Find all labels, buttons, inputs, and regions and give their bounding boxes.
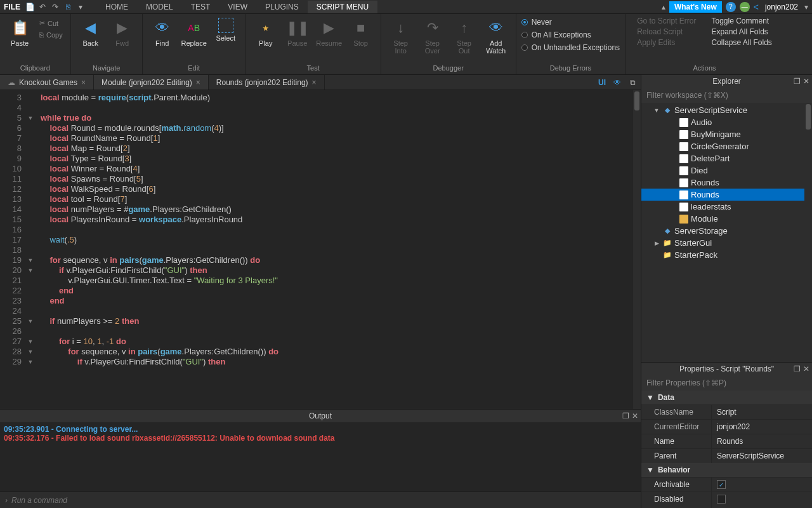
step-over-button[interactable]: ↷Step Over — [418, 15, 447, 55]
property-value[interactable]: ServerScriptService — [711, 449, 812, 463]
reload-script-button[interactable]: Reload Script — [637, 27, 696, 36]
ribbon-tab-script-menu[interactable]: SCRIPT MENU — [308, 1, 377, 13]
close-tab-icon[interactable]: × — [312, 78, 317, 87]
collapse-ribbon-icon[interactable]: ▴ — [662, 3, 665, 11]
close-icon[interactable]: ✕ — [632, 411, 638, 420]
expand-icon[interactable]: ▼ — [653, 107, 660, 114]
tree-item[interactable]: Died — [641, 164, 812, 177]
tree-item[interactable]: CircleGenerator — [641, 140, 812, 152]
property-row[interactable]: ParentServerScriptService — [641, 448, 812, 463]
play-button[interactable]: ⭑Play — [251, 15, 280, 47]
resume-button[interactable]: ▶Resume — [315, 15, 344, 47]
toggle-comment-button[interactable]: Toggle Comment — [711, 17, 771, 25]
share-icon[interactable]: < — [754, 2, 759, 12]
code-area[interactable]: local module = require(script.Parent.Mod… — [36, 90, 641, 409]
collapse-folds-button[interactable]: Collapse All Folds — [711, 38, 771, 47]
radio-never[interactable]: Never — [521, 17, 620, 28]
find-button[interactable]: 👁Find — [148, 15, 177, 47]
property-row[interactable]: ClassNameScript — [641, 404, 812, 419]
fwd-button[interactable]: ▶Fwd — [108, 15, 137, 47]
property-row[interactable]: CurrentEditorjonjon202 — [641, 419, 812, 434]
ribbon-tab-test[interactable]: TEST — [182, 1, 219, 13]
publish-icon[interactable]: ⎘ — [63, 3, 72, 11]
code-editor[interactable]: 3456789101112131415161718192021222324252… — [0, 90, 641, 409]
ui-toggle-button[interactable]: UI — [594, 75, 610, 90]
expand-folds-button[interactable]: Expand All Folds — [711, 27, 771, 36]
checkbox[interactable]: ✓ — [717, 480, 726, 489]
ribbon-tab-view[interactable]: VIEW — [219, 1, 256, 13]
qat-dropdown-icon[interactable]: ▾ — [76, 3, 85, 11]
expand-icon[interactable]: ▶ — [653, 240, 660, 246]
whats-new-button[interactable]: What's New — [669, 1, 722, 13]
pause-button[interactable]: ❚❚Pause — [283, 15, 312, 47]
property-row[interactable]: Disabled — [641, 491, 812, 508]
tree-item[interactable]: Rounds — [641, 189, 812, 201]
output-log[interactable]: 09:35:23.901 - Connecting to server...09… — [0, 422, 641, 491]
add-watch-button[interactable]: 👁Add Watch — [481, 15, 511, 55]
tree-scrollbar[interactable] — [804, 103, 812, 362]
new-icon[interactable]: 📄 — [25, 3, 34, 11]
username-label[interactable]: jonjon202 — [765, 3, 798, 11]
tree-item[interactable]: DeletePart — [641, 152, 812, 164]
tree-item[interactable]: ▶📁StarterGui — [641, 237, 812, 249]
property-value[interactable]: ✓ — [711, 478, 812, 492]
minimize-icon[interactable]: — — [740, 2, 750, 12]
apply-edits-button[interactable]: Apply Edits — [637, 38, 696, 47]
close-icon[interactable]: ✕ — [803, 77, 809, 86]
goto-script-error-button[interactable]: Go to Script Error — [637, 17, 696, 25]
scrollbar-thumb[interactable] — [634, 91, 639, 110]
tree-item[interactable]: Module — [641, 213, 812, 225]
tree-item[interactable]: leaderstats — [641, 201, 812, 213]
help-icon[interactable]: ? — [726, 2, 736, 12]
tree-item[interactable]: 📁StarterPack — [641, 249, 812, 261]
property-value[interactable]: Rounds — [711, 434, 812, 448]
ribbon-tab-home[interactable]: HOME — [96, 1, 137, 13]
close-icon[interactable]: ✕ — [803, 364, 809, 373]
property-value[interactable]: Script — [711, 405, 812, 419]
cut-button[interactable]: ✂Cut — [37, 18, 65, 29]
file-menu[interactable]: FILE — [4, 3, 20, 11]
radio-on-unhandled[interactable]: On Unhandled Exceptions — [521, 42, 620, 53]
step-out-button[interactable]: ↑Step Out — [450, 15, 479, 55]
explorer-filter[interactable]: Filter workspace (⇧⌘X) — [641, 88, 812, 103]
command-bar[interactable]: › Run a command — [0, 491, 641, 508]
document-tab[interactable]: Rounds (jonjon202 Editing)× — [209, 75, 325, 90]
tree-item[interactable]: Rounds — [641, 177, 812, 189]
back-button[interactable]: ◀Back — [76, 15, 105, 47]
property-category[interactable]: ▼Data — [641, 391, 812, 404]
copy-button[interactable]: ⎘Copy — [37, 30, 65, 40]
property-row[interactable]: NameRounds — [641, 434, 812, 448]
user-dropdown-icon[interactable]: ▾ — [804, 3, 808, 11]
document-tab[interactable]: Module (jonjon202 Editing)× — [94, 75, 209, 90]
properties-filter[interactable]: Filter Properties (⇧⌘P) — [641, 375, 812, 391]
fold-gutter[interactable]: ▼▼▼▼▼▼▼ — [25, 90, 36, 409]
device-icon[interactable]: ⧉ — [625, 75, 641, 90]
undo-icon[interactable]: ↶ — [38, 3, 47, 11]
step-into-button[interactable]: ↓Step Into — [386, 15, 416, 55]
popout-icon[interactable]: ❐ — [794, 77, 801, 86]
visibility-icon[interactable]: 👁 — [610, 75, 625, 90]
popout-icon[interactable]: ❐ — [622, 411, 629, 420]
tree-item[interactable]: BuyMinigame — [641, 128, 812, 140]
select-button[interactable]: Select — [211, 15, 240, 42]
document-tab[interactable]: ☁Knockout Games× — [0, 75, 94, 90]
ribbon-tab-plugins[interactable]: PLUGINS — [256, 1, 308, 13]
property-value[interactable]: jonjon202 — [711, 420, 812, 434]
close-tab-icon[interactable]: × — [196, 78, 200, 87]
stop-button[interactable]: ■Stop — [346, 15, 376, 47]
tree-item[interactable]: ◆ServerStorage — [641, 225, 812, 237]
ribbon-tab-model[interactable]: MODEL — [137, 1, 182, 13]
explorer-tree[interactable]: ▼◆ServerScriptServiceAudioBuyMinigameCir… — [641, 103, 812, 362]
checkbox[interactable] — [717, 495, 726, 504]
tree-item[interactable]: Audio — [641, 116, 812, 128]
replace-button[interactable]: ABReplace — [180, 15, 209, 47]
redo-icon[interactable]: ↷ — [51, 3, 60, 11]
paste-button[interactable]: 📋 Paste — [5, 15, 34, 47]
property-row[interactable]: Archivable✓ — [641, 477, 812, 492]
close-tab-icon[interactable]: × — [81, 78, 86, 87]
tree-item[interactable]: ▼◆ServerScriptService — [641, 104, 812, 116]
property-value[interactable] — [711, 492, 812, 508]
property-category[interactable]: ▼Behavior — [641, 463, 812, 477]
popout-icon[interactable]: ❐ — [794, 364, 801, 373]
editor-scrollbar[interactable] — [633, 90, 641, 409]
